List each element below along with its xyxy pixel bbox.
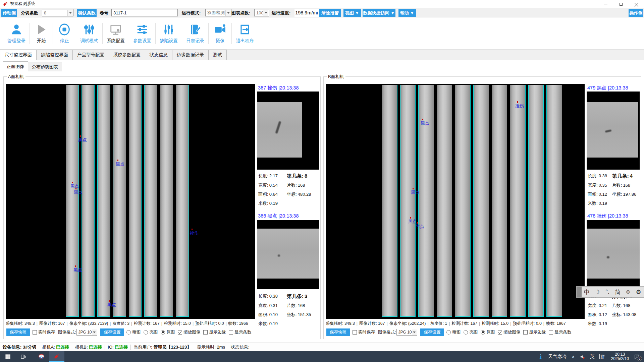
weather-text[interactable]: 天气寒冷 <box>548 354 567 360</box>
ime-emoticon-icon[interactable]: ☺ <box>623 289 633 295</box>
toolbar-divider <box>30 23 30 44</box>
defect-marker: 黑点 <box>74 190 83 195</box>
panel-camera-a: A面相机 黑点黑点黑点黑点挫伤黑点黑点 367 挫伤 |20:13:38 长度:… <box>3 76 321 339</box>
camera-b-live-image[interactable]: 挫伤黑点黑点黑点黑点 <box>326 84 585 319</box>
image-format-label: 图像格式: <box>58 329 76 335</box>
ime-settings-icon[interactable]: ⚙ <box>633 289 644 296</box>
subtab-1[interactable]: 正面图像 <box>3 61 28 71</box>
drive-side-button[interactable]: 传动侧 <box>1 9 17 17</box>
defect-marker: 黑点 <box>70 184 79 189</box>
taskbar-clock[interactable]: 20:13 2025/2/10 <box>611 352 629 361</box>
stat-item: 采集耗时: 349.3 <box>326 321 355 326</box>
ime-drag-handle[interactable] <box>577 287 582 297</box>
show-strip-count-checkbox[interactable]: 显示条数 <box>549 329 571 335</box>
toolbar-item-log-record[interactable]: 日志记录 <box>183 19 208 48</box>
clear-alarm-button[interactable]: 清除报警 <box>319 9 341 17</box>
operate-side-button[interactable]: 操作侧 <box>629 9 643 17</box>
toolbar-item-exit-program[interactable]: 退出程序 <box>232 19 257 48</box>
run-mode-select[interactable]: 双面检测 <box>205 9 231 16</box>
toolbar-item-admin-login[interactable]: 管理登录 <box>4 19 29 48</box>
ime-language-en[interactable]: 英 <box>590 354 595 360</box>
bright-image-radio[interactable]: 亮图 <box>464 329 478 335</box>
dark-image-radio[interactable]: 暗图 <box>126 329 141 335</box>
tab-1[interactable]: 尺寸监控界面 <box>0 50 37 60</box>
task-view-button[interactable] <box>15 351 31 362</box>
image-format-select[interactable]: JPG 100 <box>396 329 417 336</box>
show-edge-checkbox[interactable]: 显示边缘 <box>523 329 546 335</box>
defect-mark <box>278 254 280 257</box>
tab-3[interactable]: 产品型号配置 <box>72 50 109 60</box>
bright-image-radio[interactable]: 亮图 <box>144 329 158 335</box>
stat-divider: | <box>357 321 358 326</box>
ime-pinyin-indicator[interactable]: 拼 <box>599 354 606 359</box>
stat-item: 检测耗时: 15.0 <box>482 321 508 326</box>
ime-fullwidth-moon-icon[interactable]: ☽ <box>592 289 602 296</box>
defect-thumbnail[interactable] <box>587 220 640 289</box>
snipping-tool-button[interactable] <box>34 351 49 362</box>
tab-5[interactable]: 状态信息 <box>145 50 172 60</box>
show-strip-count-checkbox[interactable]: 显示条数 <box>229 329 251 335</box>
zoom-image-checkbox[interactable]: 缩放图像 <box>498 329 520 335</box>
toolbar-item-system-config[interactable]: 系统配置 <box>103 19 128 48</box>
speaker-muted-icon[interactable] <box>580 354 585 360</box>
camera-a-live-image[interactable]: 黑点黑点黑点黑点挫伤黑点黑点 <box>6 84 255 319</box>
defect-thumbnail[interactable] <box>587 92 640 170</box>
defect-info: 长度:2.17 第几条:8 宽度:0.54 片数:168 面积:0.64 坐标:… <box>258 173 319 206</box>
defect-mark <box>605 129 612 133</box>
toolbar-item-stop[interactable]: 停止 <box>54 19 75 48</box>
help-menu-button[interactable]: 帮助 ▼ <box>398 9 416 17</box>
tab-4[interactable]: 系统参数配置 <box>109 50 145 60</box>
defect-marker: 黑点 <box>411 190 420 195</box>
defect-thumbnail[interactable] <box>257 220 319 289</box>
tab-6[interactable]: 边缘数据记录 <box>172 50 209 60</box>
realtime-save-checkbox[interactable]: 实时保存 <box>353 329 375 335</box>
app-logo-icon <box>3 1 8 7</box>
tray-expand-chevron[interactable]: ∧ <box>572 354 575 359</box>
save-settings-button[interactable]: 保存设置 <box>420 328 444 336</box>
toolbar-item-debug-mode[interactable]: 调试模式 <box>77 19 102 48</box>
subtab-2[interactable]: 分布趋势图表 <box>28 62 62 71</box>
icon-toolbar: 管理登录开始停止调试模式系统配置参数设置缺陷设置日志记录摄像退出程序 <box>0 17 644 50</box>
defect-marker: 挫伤 <box>515 104 524 108</box>
save-settings-button[interactable]: 保存设置 <box>100 328 124 336</box>
original-image-radio[interactable]: 原图 <box>161 329 175 335</box>
save-snapshot-button[interactable]: 保存快照 <box>6 328 30 336</box>
vision-app-icon <box>54 353 60 360</box>
maximize-button[interactable] <box>613 0 629 8</box>
ime-chinese-mode[interactable]: 中 <box>582 288 592 296</box>
close-button[interactable] <box>629 0 644 8</box>
toolbar-divider <box>129 23 129 44</box>
tab-2[interactable]: 缺陷监控界面 <box>36 50 73 60</box>
ime-simplified-chinese[interactable]: 简 <box>612 288 623 296</box>
roll-number-input[interactable]: 3117-1 <box>111 9 178 16</box>
zoom-image-checkbox[interactable]: 缩放图像 <box>178 329 200 335</box>
windows-start-button[interactable] <box>0 351 15 362</box>
exit-icon <box>238 23 251 36</box>
confirm-count-button[interactable]: 确认条数 <box>77 9 97 17</box>
current-user-value: 管理员【123-123】 <box>154 344 192 350</box>
toolbar-item-param-settings[interactable]: 参数设置 <box>130 19 155 48</box>
vision-app-taskbar-button[interactable] <box>49 351 64 362</box>
defect-marker: 黑点 <box>421 121 429 126</box>
chart-points-select[interactable]: 100 <box>254 9 269 16</box>
save-snapshot-button[interactable]: 保存快照 <box>326 328 350 336</box>
device-info-label: 设备信息: <box>3 344 21 350</box>
toolbar-item-video-capture[interactable]: 摄像 <box>209 19 231 48</box>
show-edge-checkbox[interactable]: 显示边缘 <box>203 329 226 335</box>
data-quick-access-button[interactable]: 数据快捷访问 ▼ <box>363 9 395 17</box>
toolbar-item-start[interactable]: 开始 <box>31 19 52 48</box>
image-format-select[interactable]: JPG 100 <box>76 329 97 336</box>
ime-punctuation-icon[interactable]: °, <box>602 289 613 295</box>
slit-count-select[interactable]: 8 <box>42 9 73 16</box>
toolbar-item-defect-settings[interactable]: 缺陷设置 <box>156 19 181 48</box>
defect-thumbnail[interactable] <box>257 92 319 170</box>
image-format-label: 图像格式: <box>378 329 396 335</box>
minimize-button[interactable] <box>598 0 613 8</box>
notification-center-button[interactable]: 6 <box>634 354 640 360</box>
original-image-radio[interactable]: 原图 <box>481 329 495 335</box>
tab-7[interactable]: 测试 <box>208 50 227 60</box>
chevron-down-icon <box>412 329 417 335</box>
view-menu-button[interactable]: 视图 ▼ <box>343 9 361 17</box>
dark-image-radio[interactable]: 暗图 <box>446 329 461 335</box>
realtime-save-checkbox[interactable]: 实时保存 <box>33 329 55 335</box>
